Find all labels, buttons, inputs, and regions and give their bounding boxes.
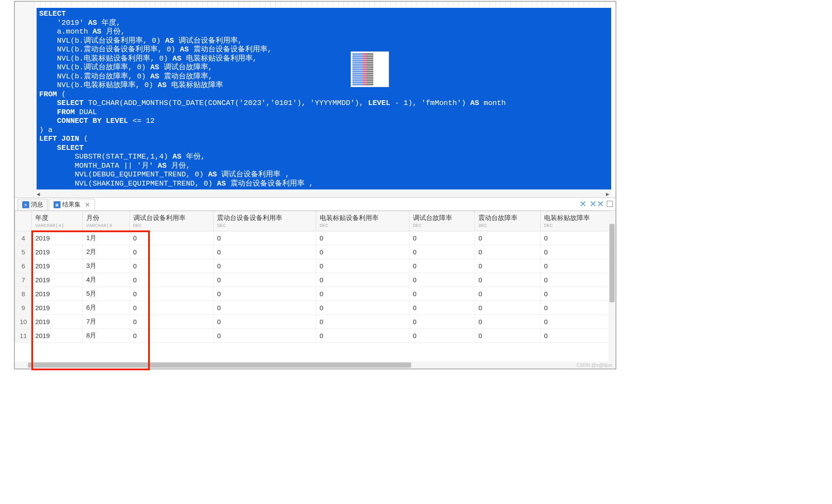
cell-value: 0	[409, 315, 475, 329]
row-number: 5	[15, 245, 32, 259]
cell-value: 0	[129, 231, 213, 245]
cell-value: 0	[316, 329, 409, 343]
cell-value: 0	[409, 329, 475, 343]
tab-results-label: 结果集	[62, 201, 81, 209]
cell-value: 0	[213, 287, 316, 301]
cell-value: 0	[475, 231, 541, 245]
table-row[interactable]: 420191月000000	[15, 231, 616, 245]
row-number: 9	[15, 301, 32, 315]
cell-value: 0	[129, 273, 213, 287]
cell-value: 0	[129, 287, 213, 301]
table-row[interactable]: 1020197月000000	[15, 315, 616, 329]
tab-results[interactable]: ▦ 结果集 ✕	[49, 199, 95, 210]
cell-value: 0	[541, 259, 616, 273]
row-number: 10	[15, 315, 32, 329]
table-row[interactable]: 820195月000000	[15, 287, 616, 301]
editor-ruler	[35, 2, 613, 7]
code-minimap[interactable]	[351, 51, 389, 87]
cell-month: 1月	[82, 231, 129, 245]
cell-value: 0	[541, 301, 616, 315]
cell-value: 0	[541, 287, 616, 301]
tab-messages[interactable]: ≡ 消息	[17, 199, 48, 210]
cell-value: 0	[475, 287, 541, 301]
cell-value: 0	[541, 231, 616, 245]
line-gutter	[15, 2, 34, 197]
cell-value: 0	[409, 259, 475, 273]
cell-value: 0	[316, 315, 409, 329]
column-header[interactable]: 电装标贴故障率DEC	[541, 211, 616, 231]
messages-icon: ≡	[22, 201, 29, 208]
action-link-icon[interactable]: ✕	[579, 199, 587, 209]
cell-value: 0	[316, 301, 409, 315]
cell-value: 0	[129, 329, 213, 343]
grid-h-scrollbar[interactable]	[15, 362, 616, 369]
row-number: 8	[15, 287, 32, 301]
results-pane: ≡ 消息 ▦ 结果集 ✕ ✕ ✕✕ 年度VARCHAR(4)月份VARCHAR(…	[15, 198, 616, 369]
cell-value: 0	[409, 245, 475, 259]
row-number: 4	[15, 231, 32, 245]
cell-value: 0	[475, 301, 541, 315]
cell-value: 0	[409, 231, 475, 245]
cell-value: 0	[541, 329, 616, 343]
cell-value: 0	[213, 273, 316, 287]
cell-value: 0	[129, 259, 213, 273]
cell-value: 0	[541, 245, 616, 259]
grid-icon: ▦	[54, 201, 61, 208]
table-row[interactable]: 1120198月000000	[15, 329, 616, 343]
watermark-text: CSDN @x@lijun	[576, 362, 612, 368]
editor-h-scrollbar[interactable]: ◀ ▶	[35, 190, 611, 197]
cell-value: 0	[129, 301, 213, 315]
table-row[interactable]: 720194月000000	[15, 273, 616, 287]
cell-value: 0	[213, 329, 316, 343]
cell-value: 0	[475, 315, 541, 329]
cell-value: 0	[409, 287, 475, 301]
cell-value: 0	[475, 245, 541, 259]
column-header[interactable]: 月份VARCHAR(9	[82, 211, 129, 231]
cell-year: 2019	[32, 315, 83, 329]
cell-year: 2019	[32, 273, 83, 287]
cell-value: 0	[213, 259, 316, 273]
cell-value: 0	[316, 287, 409, 301]
sql-editor-pane: SELECT '2019' AS 年度, a.month AS 月份, NVL(…	[15, 2, 616, 198]
results-grid[interactable]: 年度VARCHAR(4)月份VARCHAR(9调试台设备利用率DEC震动台设备设…	[15, 211, 616, 343]
cell-value: 0	[213, 301, 316, 315]
cell-month: 2月	[82, 245, 129, 259]
grid-v-scrollbar[interactable]	[609, 211, 616, 362]
cell-month: 6月	[82, 301, 129, 315]
cell-value: 0	[316, 273, 409, 287]
cell-value: 0	[541, 273, 616, 287]
maximize-icon[interactable]	[607, 201, 613, 207]
cell-value: 0	[409, 273, 475, 287]
row-number: 7	[15, 273, 32, 287]
close-icon[interactable]: ✕	[85, 201, 90, 208]
sql-code-selection[interactable]: SELECT '2019' AS 年度, a.month AS 月份, NVL(…	[37, 8, 611, 189]
column-header[interactable]: 震动台设备设备利用率DEC	[213, 211, 316, 231]
column-header[interactable]: 调试台设备利用率DEC	[129, 211, 213, 231]
cell-value: 0	[213, 231, 316, 245]
cell-value: 0	[475, 259, 541, 273]
column-header[interactable]: 电装标贴设备利用率DEC	[316, 211, 409, 231]
action-link-icon-2[interactable]: ✕✕	[589, 199, 604, 209]
table-row[interactable]: 920196月000000	[15, 301, 616, 315]
cell-year: 2019	[32, 329, 83, 343]
cell-year: 2019	[32, 301, 83, 315]
scroll-left-icon[interactable]: ◀	[35, 190, 42, 197]
table-row[interactable]: 520192月000000	[15, 245, 616, 259]
cell-value: 0	[129, 245, 213, 259]
column-header[interactable]: 调试台故障率DEC	[409, 211, 475, 231]
cell-value: 0	[129, 315, 213, 329]
cell-month: 4月	[82, 273, 129, 287]
cell-year: 2019	[32, 259, 83, 273]
column-header[interactable]: 震动台故障率DEC	[475, 211, 541, 231]
column-header[interactable]: 年度VARCHAR(4)	[32, 211, 83, 231]
cell-month: 8月	[82, 329, 129, 343]
cell-value: 0	[316, 245, 409, 259]
cell-value: 0	[409, 301, 475, 315]
cell-year: 2019	[32, 231, 83, 245]
cell-year: 2019	[32, 287, 83, 301]
scroll-right-icon[interactable]: ▶	[604, 190, 611, 197]
cell-month: 7月	[82, 315, 129, 329]
table-row[interactable]: 620193月000000	[15, 259, 616, 273]
column-header[interactable]	[15, 211, 32, 231]
cell-value: 0	[541, 315, 616, 329]
